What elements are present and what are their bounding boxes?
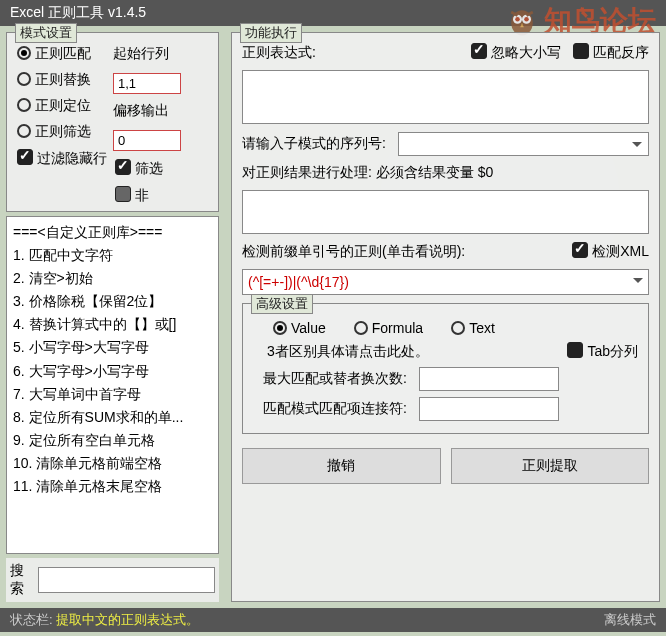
check-ignore-case[interactable]: 忽略大小写 <box>471 43 561 62</box>
list-item[interactable]: 4. 替换计算式中的【】或[] <box>13 313 212 336</box>
list-item[interactable]: 7. 大写单词中首字母 <box>13 383 212 406</box>
check-tab-split[interactable]: Tab分列 <box>567 342 638 361</box>
list-item[interactable]: 6. 大写字母>小写字母 <box>13 360 212 383</box>
process-label: 对正则结果进行处理: 必须含结果变量 $0 <box>242 164 649 182</box>
process-input[interactable] <box>242 190 649 234</box>
radio-formula[interactable]: Formula <box>354 320 423 336</box>
list-item[interactable]: 10. 清除单元格前端空格 <box>13 452 212 475</box>
list-item[interactable]: 5. 小写字母>大写字母 <box>13 336 212 359</box>
subpattern-combo[interactable] <box>398 132 649 156</box>
prefix-regex-input[interactable] <box>242 269 649 295</box>
regex-library-list[interactable]: ===<自定义正则库>=== 1. 匹配中文字符 2. 清空>初始 3. 价格除… <box>6 216 219 554</box>
radio-replace[interactable]: 正则替换 <box>17 71 107 89</box>
library-header: ===<自定义正则库>=== <box>13 221 212 244</box>
undo-button[interactable]: 撤销 <box>242 448 441 484</box>
title-bar: Excel 正则工具 v1.4.5 <box>0 0 666 26</box>
join-label: 匹配模式匹配项连接符: <box>253 400 407 418</box>
prefix-label[interactable]: 检测前缀单引号的正则(单击看说明): <box>242 243 465 261</box>
radio-filter[interactable]: 正则筛选 <box>17 123 107 141</box>
list-item[interactable]: 8. 定位所有SUM求和的单... <box>13 406 212 429</box>
check-xml[interactable]: 检测XML <box>572 242 649 261</box>
search-input[interactable] <box>38 567 215 593</box>
join-input[interactable] <box>419 397 559 421</box>
advanced-group: 高级设置 Value Formula Text 3者区别具体请点击此处。 Tab… <box>242 303 649 434</box>
advanced-group-title: 高级设置 <box>251 294 313 314</box>
chevron-down-icon[interactable] <box>633 278 643 288</box>
exec-group: 功能执行 正则表达式: 忽略大小写 匹配反序 请输入子模式的序列号: 对正则结果… <box>231 32 660 602</box>
expr-label: 正则表达式: <box>242 44 316 62</box>
check-not[interactable]: 非 <box>115 186 181 205</box>
mode-settings-group: 模式设置 正则匹配 正则替换 正则定位 正则筛选 过滤隐藏行 起始行列 偏移输出… <box>6 32 219 212</box>
radio-text[interactable]: Text <box>451 320 495 336</box>
offset-label: 偏移输出 <box>113 102 181 120</box>
exec-group-title: 功能执行 <box>240 23 302 43</box>
mode-group-title: 模式设置 <box>15 23 77 43</box>
list-item[interactable]: 1. 匹配中文字符 <box>13 244 212 267</box>
status-mode: 离线模式 <box>604 611 656 629</box>
check-hide-rows[interactable]: 过滤隐藏行 <box>17 149 107 168</box>
search-label: 搜索 <box>10 562 32 598</box>
regex-expression-input[interactable] <box>242 70 649 124</box>
status-message: 提取中文的正则表达式。 <box>56 612 199 627</box>
check-reverse[interactable]: 匹配反序 <box>573 43 649 62</box>
adv-hint[interactable]: 3者区别具体请点击此处。 <box>253 343 429 361</box>
radio-value[interactable]: Value <box>273 320 326 336</box>
radio-locate[interactable]: 正则定位 <box>17 97 107 115</box>
list-item[interactable]: 3. 价格除税【保留2位】 <box>13 290 212 313</box>
max-match-label: 最大匹配或替者换次数: <box>253 370 407 388</box>
status-bar: 状态栏: 提取中文的正则表达式。 离线模式 <box>0 608 666 632</box>
list-item[interactable]: 11. 清除单元格末尾空格 <box>13 475 212 498</box>
start-rowcol-input[interactable] <box>113 73 181 94</box>
list-item[interactable]: 9. 定位所有空白单元格 <box>13 429 212 452</box>
list-item[interactable]: 2. 清空>初始 <box>13 267 212 290</box>
extract-button[interactable]: 正则提取 <box>451 448 650 484</box>
start-rowcol-label: 起始行列 <box>113 45 181 63</box>
radio-match[interactable]: 正则匹配 <box>17 45 107 63</box>
offset-input[interactable] <box>113 130 181 151</box>
max-match-input[interactable] <box>419 367 559 391</box>
check-filter[interactable]: 筛选 <box>115 159 181 178</box>
subpattern-label: 请输入子模式的序列号: <box>242 135 386 153</box>
